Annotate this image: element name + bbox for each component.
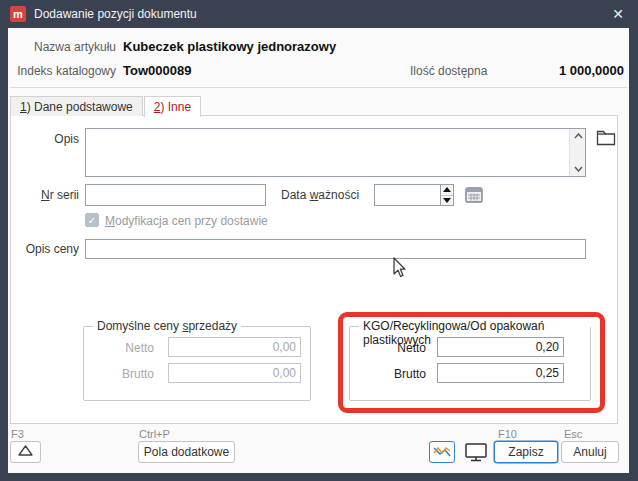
quantity-available-value: 1 000,0000	[559, 63, 624, 78]
title-bar[interactable]: m Dodawanie pozycji dokumentu ✕	[0, 0, 638, 28]
scroll-up-icon[interactable]	[570, 129, 586, 143]
opis-ceny-input[interactable]	[85, 239, 586, 259]
esc-key-label: Esc	[564, 428, 582, 440]
kgo-brutto-label: Brutto	[358, 367, 426, 381]
anuluj-button[interactable]: Anuluj	[561, 441, 619, 463]
kgo-netto-label: Netto	[358, 341, 426, 355]
calendar-icon[interactable]	[464, 185, 484, 205]
triangle-icon	[18, 445, 33, 459]
default-netto-input[interactable]	[168, 337, 301, 357]
nr-serii-input[interactable]	[85, 184, 266, 206]
app-logo-icon: m	[10, 6, 26, 22]
spinner-up-icon[interactable]	[441, 185, 453, 196]
dialog-body: Nazwa artykułu Kubeczek plastikowy jedno…	[8, 28, 629, 473]
default-brutto-label: Brutto	[86, 367, 154, 381]
folder-icon[interactable]	[596, 129, 616, 146]
default-brutto-input[interactable]	[168, 363, 301, 383]
dialog-window: m Dodawanie pozycji dokumentu ✕ Nazwa ar…	[0, 0, 638, 481]
scroll-down-icon[interactable]	[570, 162, 586, 176]
monitor-icon[interactable]	[463, 441, 489, 463]
modyfikacja-cen-label: Modyfikacja cen przy dostawie	[105, 214, 268, 228]
f10-key-label: F10	[498, 428, 517, 440]
opis-textarea[interactable]	[85, 128, 586, 177]
ctrlp-key-label: Ctrl+P	[139, 428, 170, 440]
tab-bar: 1) Dane podstawowe 2) Inne	[10, 95, 202, 116]
f3-triangle-button[interactable]	[10, 441, 41, 463]
opis-ceny-label: Opis ceny	[11, 242, 79, 256]
nr-serii-label: Nr serii	[11, 188, 79, 202]
header-separator	[10, 87, 627, 88]
kgo-netto-input[interactable]	[437, 337, 564, 357]
zapisz-button[interactable]: Zapisz	[494, 441, 558, 463]
pola-dodatkowe-button[interactable]: Pola dodatkowe	[138, 441, 235, 463]
data-waznosci-label: Data ważności	[281, 188, 359, 202]
chart-button[interactable]	[429, 441, 455, 463]
default-prices-title: Domyślne ceny sprzedaży	[93, 319, 241, 333]
default-prices-group: Domyślne ceny sprzedaży Netto Brutto	[83, 326, 311, 401]
date-spinner	[440, 185, 453, 205]
tab-panel-inne: Opis Nr serii Dat	[10, 115, 618, 424]
article-name-label: Nazwa artykułu	[8, 40, 116, 54]
quantity-available-label: Ilość dostępna	[410, 64, 487, 78]
default-netto-label: Netto	[86, 341, 154, 355]
catalog-index-label: Indeks katalogowy	[8, 64, 116, 78]
kgo-brutto-input[interactable]	[437, 363, 564, 383]
spinner-down-icon[interactable]	[441, 196, 453, 206]
article-name-value: Kubeczek plastikowy jednorazowy	[123, 39, 336, 54]
f3-key-label: F3	[11, 428, 24, 440]
mouse-cursor	[392, 257, 407, 282]
close-icon[interactable]: ✕	[606, 3, 630, 25]
data-waznosci-input[interactable]	[374, 184, 454, 206]
kgo-group: KGO/Recyklingowa/Od opakowań plastikowyc…	[349, 326, 591, 401]
opis-label: Opis	[11, 132, 79, 146]
tab-inne[interactable]: 2) Inne	[144, 96, 201, 117]
catalog-index-value: Tow000089	[123, 63, 191, 78]
window-title: Dodawanie pozycji dokumentu	[34, 7, 197, 21]
opis-scrollbar[interactable]	[569, 129, 585, 176]
chart-icon	[433, 444, 451, 461]
modyfikacja-cen-checkbox[interactable]: ✓	[85, 213, 99, 227]
tab-dane-podstawowe[interactable]: 1) Dane podstawowe	[10, 96, 143, 116]
